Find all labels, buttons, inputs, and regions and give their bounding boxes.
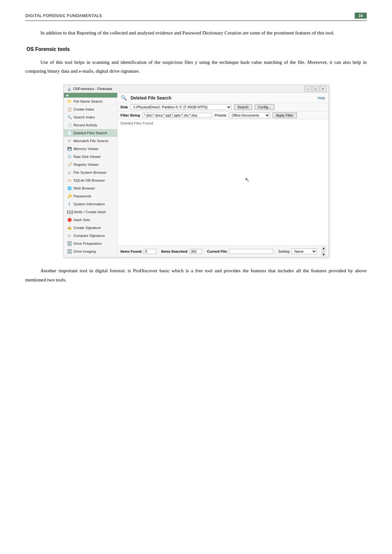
sidebar-item-file-system-browser[interactable]: 🗂 File System Browser bbox=[64, 169, 117, 177]
items-found-label: Items Found: bbox=[121, 250, 142, 253]
sidebar-item-drive-imaging[interactable]: 💽 Drive Imaging bbox=[64, 248, 117, 256]
sidebar-label-create-signature: Create Signature bbox=[74, 226, 101, 230]
page: DIGITAL FORENSIC FUNDAMENTALS 16 In addi… bbox=[0, 0, 392, 554]
maximize-button[interactable]: □ bbox=[312, 86, 319, 92]
filter-string-input[interactable] bbox=[142, 113, 212, 118]
verify-create-hash-icon: ▐▐▐ bbox=[67, 209, 72, 214]
sqlite-db-browser-icon: 🗃 bbox=[67, 178, 72, 183]
system-information-icon: ℹ bbox=[67, 202, 72, 207]
search-index-icon: 🔍 bbox=[67, 115, 72, 120]
items-searched-label: Items Searched: bbox=[161, 250, 188, 253]
sidebar-item-system-information[interactable]: ℹ System Information bbox=[64, 200, 117, 208]
sidebar-label-verify-create-hash: Verify / Create Hash bbox=[74, 210, 106, 214]
compare-signature-icon: ⚖ bbox=[67, 233, 72, 238]
sidebar-label-file-name-search: File Name Search bbox=[74, 99, 103, 103]
memory-viewer-icon: 💾 bbox=[67, 146, 72, 151]
mismatch-file-search-icon: ⚙ bbox=[67, 138, 72, 143]
create-index-icon: 📋 bbox=[67, 107, 72, 112]
sidebar-label-system-information: System Information bbox=[74, 202, 105, 206]
sorting-select[interactable]: Name bbox=[292, 249, 317, 254]
disk-filter-row: Disk \\.\PhysicalDrive1: Partition 0. F:… bbox=[118, 103, 329, 111]
sidebar-item-web-browser[interactable]: 🌐 Web Browser bbox=[64, 184, 117, 192]
raw-disk-viewer-icon: 💿 bbox=[67, 154, 72, 159]
sidebar-label-memory-viewer: Memory Viewer bbox=[74, 147, 99, 151]
results-area: Deleted Files Found ↖ bbox=[118, 119, 329, 245]
filter-string-row: Filter String Presets Office Documents A… bbox=[118, 111, 329, 119]
current-file-group: Current File: bbox=[207, 249, 273, 254]
sidebar-item-verify-create-hash[interactable]: ▐▐▐ Verify / Create Hash bbox=[64, 208, 117, 216]
sidebar-label-drive-imaging: Drive Imaging bbox=[74, 250, 96, 253]
sidebar-item-mismatch-file-search[interactable]: ⚙ Mismatch File Search bbox=[64, 137, 117, 145]
current-file-input[interactable] bbox=[229, 249, 273, 254]
window-controls[interactable]: – □ × bbox=[305, 86, 327, 92]
sidebar-label-file-system-browser: File System Browser bbox=[74, 171, 107, 174]
sidebar-item-deleted-files-search[interactable]: 📄 Deleted Files Search bbox=[64, 129, 117, 137]
main-panel: 🔍 Deleted File Search Help Disk \\.\Phys… bbox=[118, 93, 329, 257]
sidebar-header: ◀ bbox=[64, 93, 117, 98]
current-file-label: Current File: bbox=[207, 250, 228, 253]
paragraph-1: In addition to that Reporting of the col… bbox=[25, 28, 367, 38]
sidebar-item-recent-activity[interactable]: 🕐 Recent Activity bbox=[64, 121, 117, 129]
sidebar-item-create-index[interactable]: 📋 Create Index bbox=[64, 105, 117, 113]
sidebar-item-search-index[interactable]: 🔍 Search Index bbox=[64, 113, 117, 121]
presets-label: Presets bbox=[214, 113, 226, 117]
scrollbar[interactable]: ▲▼ bbox=[322, 247, 325, 256]
help-link[interactable]: Help bbox=[318, 96, 325, 100]
config-button[interactable]: Config... bbox=[255, 104, 274, 110]
search-button[interactable]: Search bbox=[234, 104, 252, 110]
apply-filter-button[interactable]: Apply Filter bbox=[273, 112, 297, 118]
items-searched-group: Items Searched: bbox=[161, 249, 202, 254]
sidebar-item-create-signature[interactable]: ✍ Create Signature bbox=[64, 224, 117, 232]
sidebar-label-raw-disk-viewer: Raw Disk Viewer bbox=[74, 155, 101, 159]
disk-label: Disk bbox=[121, 105, 128, 109]
sorting-label: Sorting: bbox=[278, 250, 290, 253]
recent-activity-icon: 🕐 bbox=[67, 123, 72, 128]
status-bar: Items Found: Items Searched: Current Fil… bbox=[118, 245, 329, 257]
sidebar-item-compare-signature[interactable]: ⚖ Compare Signature bbox=[64, 232, 117, 240]
filter-string-label: Filter String bbox=[121, 113, 140, 117]
paragraph-3: Another important tool in digital forens… bbox=[25, 266, 367, 284]
page-number: 16 bbox=[355, 13, 367, 19]
main-toolbar: 🔍 Deleted File Search Help bbox=[118, 93, 329, 103]
toolbar-title: Deleted File Search bbox=[131, 95, 315, 100]
sidebar-label-deleted-files-search: Deleted Files Search bbox=[74, 131, 107, 135]
mount-drive-image-icon: 💽 bbox=[67, 257, 72, 257]
results-label: Deleted Files Found bbox=[121, 121, 153, 125]
create-signature-icon: ✍ bbox=[67, 225, 72, 230]
sidebar-label-hash-sets: Hash Sets bbox=[74, 218, 90, 222]
window-title: OSForensics - Firstcase bbox=[73, 87, 112, 91]
minimize-button[interactable]: – bbox=[305, 86, 311, 92]
sidebar-item-raw-disk-viewer[interactable]: 💿 Raw Disk Viewer bbox=[64, 153, 117, 161]
drive-imaging-icon: 💽 bbox=[67, 249, 72, 254]
sidebar-item-mount-drive-image[interactable]: 💽 Mount Drive Image bbox=[64, 256, 117, 257]
close-button[interactable]: × bbox=[320, 86, 327, 92]
paragraph-2: Use of this tool helps in scanning and i… bbox=[25, 58, 367, 76]
file-system-browser-icon: 🗂 bbox=[67, 170, 72, 175]
sidebar: ◀ 📁 File Name Search 📋 Create Index 🔍 Se… bbox=[64, 93, 118, 257]
sidebar-item-hash-sets[interactable]: 🔴 Hash Sets bbox=[64, 216, 117, 224]
sidebar-item-drive-preparation[interactable]: 💽 Drive Preparation bbox=[64, 240, 117, 248]
sidebar-label-sqlite-db-browser: SQLite DB Browser bbox=[74, 178, 105, 182]
drive-preparation-icon: 💽 bbox=[67, 241, 72, 246]
items-searched-input[interactable] bbox=[190, 249, 202, 254]
disk-select[interactable]: \\.\PhysicalDrive1: Partition 0. F: [7.4… bbox=[130, 104, 232, 110]
sidebar-item-registry-viewer[interactable]: 📝 Registry Viewer bbox=[64, 161, 117, 169]
presets-select[interactable]: Office Documents bbox=[229, 112, 270, 118]
hash-sets-icon: 🔴 bbox=[67, 217, 72, 222]
document-title: DIGITAL FORENSIC FUNDAMENTALS bbox=[25, 13, 102, 18]
sidebar-item-memory-viewer[interactable]: 💾 Memory Viewer bbox=[64, 145, 117, 153]
sidebar-item-file-name-search[interactable]: 📁 File Name Search bbox=[64, 98, 117, 105]
sidebar-item-sqlite-db-browser[interactable]: 🗃 SQLite DB Browser bbox=[64, 177, 117, 184]
sidebar-label-create-index: Create Index bbox=[74, 107, 94, 111]
sidebar-arrow-icon: ◀ bbox=[66, 93, 68, 97]
section-heading: OS Forensic tools bbox=[25, 46, 367, 52]
sidebar-label-compare-signature: Compare Signature bbox=[74, 234, 105, 238]
sidebar-item-passwords[interactable]: 🔑 Passwords bbox=[64, 192, 117, 200]
sidebar-label-search-index: Search Index bbox=[74, 115, 95, 119]
window-titlebar: 🔬 OSForensics - Firstcase – □ × bbox=[64, 85, 329, 93]
deleted-files-search-icon: 📄 bbox=[67, 130, 72, 135]
sidebar-label-recent-activity: Recent Activity bbox=[74, 123, 97, 127]
items-found-group: Items Found: bbox=[121, 249, 156, 254]
sidebar-label-web-browser: Web Browser bbox=[74, 186, 95, 190]
items-found-input[interactable] bbox=[144, 249, 156, 254]
